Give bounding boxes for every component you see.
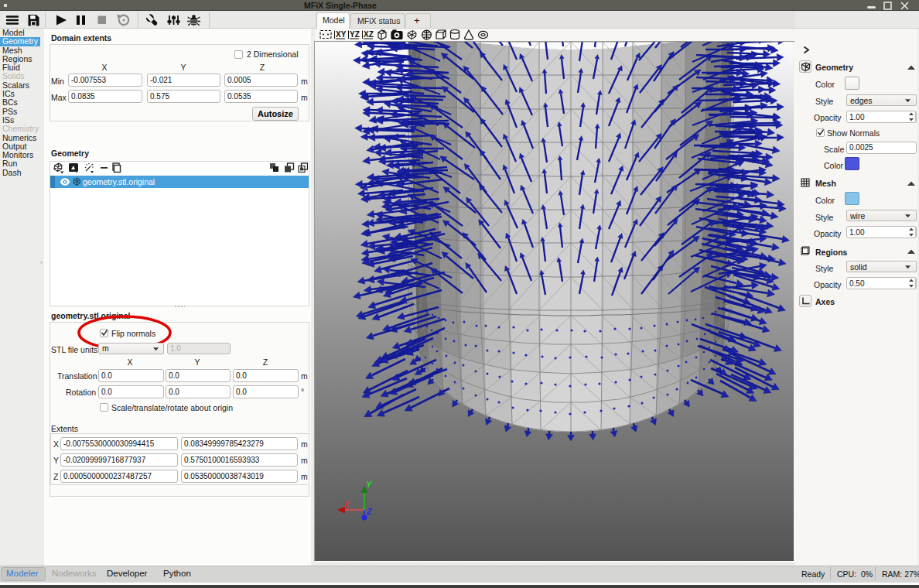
svg-text:Z: Z bbox=[366, 507, 373, 516]
svg-text:X: X bbox=[343, 500, 350, 509]
